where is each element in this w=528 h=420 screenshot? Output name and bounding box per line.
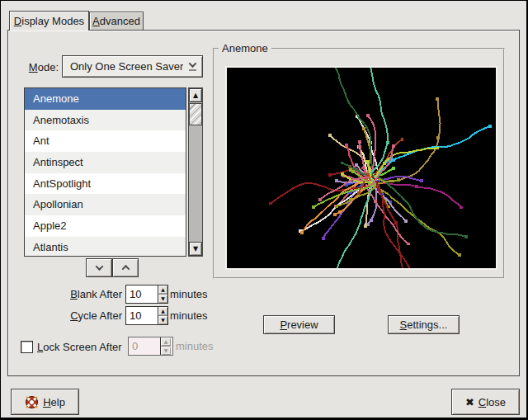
lock-screen-checkbox[interactable] — [21, 341, 33, 353]
help-button[interactable]: Help — [11, 389, 79, 415]
scrollbar-thumb[interactable] — [189, 103, 202, 125]
cycle-after-decrement[interactable]: ▼ — [158, 315, 167, 324]
anemone-render — [227, 68, 496, 268]
blank-after-spinner[interactable]: ▲ ▼ — [125, 285, 168, 304]
lock-after-spinner: ▲ ▼ — [128, 337, 173, 356]
spin-down-icon: ▼ — [161, 318, 165, 323]
spin-up-icon: ▲ — [161, 287, 165, 292]
list-item[interactable]: Anemotaxis — [25, 110, 186, 131]
screensaver-preferences-window: Display Modes Advanced Mode: Only One Sc… — [0, 0, 528, 420]
help-lifebuoy-icon — [25, 395, 39, 409]
spin-up-icon: ▲ — [161, 309, 165, 314]
close-x-icon: ✖ — [465, 397, 474, 408]
preview-button[interactable]: Preview — [263, 315, 335, 334]
scroll-up-icon: ▲ — [193, 92, 198, 99]
tab-advanced-label: Advanced — [92, 15, 140, 27]
mode-select[interactable]: Only One Screen Saver — [62, 55, 203, 78]
scroll-up-button[interactable]: ▲ — [189, 88, 202, 102]
settings-button-label: Settings... — [400, 319, 448, 331]
list-item[interactable]: Atlantis — [25, 237, 186, 257]
preview-group-title: Anemone — [219, 42, 271, 54]
cycle-after-spinner[interactable]: ▲ ▼ — [125, 306, 168, 325]
mode-label: Mode: — [9, 61, 59, 73]
screensaver-preview — [225, 66, 497, 270]
lock-after-decrement: ▼ — [161, 346, 171, 355]
cycle-after-input[interactable] — [126, 307, 158, 324]
settings-button[interactable]: Settings... — [388, 315, 460, 334]
list-item[interactable]: Apple2 — [25, 215, 186, 237]
lock-after-unit: minutes — [176, 340, 214, 352]
spin-down-icon: ▼ — [161, 296, 165, 301]
list-item[interactable]: AntSpotlight — [25, 173, 186, 195]
spin-up-icon: ▲ — [164, 339, 168, 344]
close-button[interactable]: ✖ Close — [451, 389, 520, 415]
select-next-button[interactable] — [86, 258, 112, 277]
preview-button-label: Preview — [280, 319, 318, 331]
blank-after-unit: minutes — [170, 288, 208, 300]
list-scrollbar[interactable]: ▲ ▼ — [188, 87, 203, 257]
close-button-label: Close — [478, 396, 506, 408]
combo-arrow-icon — [183, 56, 202, 77]
scroll-down-icon: ▼ — [193, 246, 198, 252]
list-item[interactable]: Ant — [25, 130, 186, 152]
blank-after-input[interactable] — [126, 286, 158, 303]
list-item[interactable]: Antinspect — [25, 152, 186, 173]
blank-after-label: Blank After — [1, 288, 122, 300]
cycle-after-unit: minutes — [170, 309, 208, 322]
cycle-after-label: Cycle After — [1, 309, 122, 322]
chevron-up-icon — [121, 265, 130, 273]
list-item[interactable]: Apollonian — [25, 194, 186, 215]
blank-after-decrement[interactable]: ▼ — [158, 294, 167, 303]
lock-after-input — [129, 337, 160, 355]
tab-advanced[interactable]: Advanced — [89, 12, 144, 30]
lock-screen-label: Lock Screen After — [37, 341, 122, 353]
chevron-down-icon — [95, 262, 103, 271]
tab-display-modes[interactable]: Display Modes — [9, 11, 89, 31]
scroll-down-button[interactable]: ▼ — [189, 242, 202, 256]
spin-down-icon: ▼ — [164, 348, 168, 353]
cycle-after-increment[interactable]: ▲ — [158, 307, 167, 315]
screensaver-list: AnemoneAnemotaxisAntAntinspectAntSpotlig… — [24, 87, 186, 257]
list-item[interactable]: Anemone — [25, 88, 186, 110]
mode-selected-value: Only One Screen Saver — [63, 60, 183, 73]
tab-display-modes-label: Display Modes — [14, 15, 84, 27]
help-button-label: Help — [43, 396, 65, 408]
lock-after-increment: ▲ — [161, 337, 171, 346]
select-previous-button[interactable] — [112, 258, 139, 277]
blank-after-increment[interactable]: ▲ — [158, 286, 167, 294]
